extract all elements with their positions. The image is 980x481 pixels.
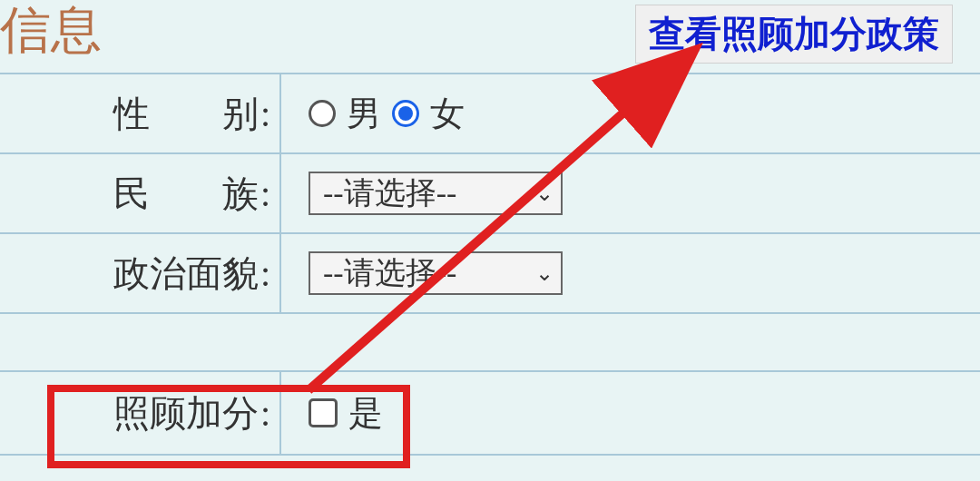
gender-female-label: 女 [430, 91, 465, 137]
ethnicity-select[interactable]: --请选择-- ⌄ [309, 172, 563, 215]
bonus-yes-checkbox[interactable] [309, 398, 338, 427]
gender-label: 性 别: [27, 74, 281, 152]
empty-row [0, 314, 980, 372]
gender-female-radio[interactable] [392, 100, 419, 127]
bonus-label: 照顾加分: [27, 372, 281, 454]
ethnicity-label: 民 族: [27, 154, 281, 232]
ethnicity-select-value: --请选择-- [323, 172, 456, 214]
gender-male-radio[interactable] [309, 100, 336, 127]
gender-male-label: 男 [347, 91, 381, 137]
political-select-value: --请选择-- [323, 252, 456, 294]
political-label: 政治面貌: [27, 234, 281, 312]
section-title: 信息 [0, 0, 102, 61]
political-select[interactable]: --请选择-- ⌄ [309, 251, 563, 295]
chevron-down-icon: ⌄ [535, 260, 554, 286]
view-bonus-policy-link[interactable]: 查看照顾加分政策 [635, 5, 953, 64]
chevron-down-icon: ⌄ [535, 181, 554, 206]
bonus-yes-label: 是 [348, 390, 383, 437]
